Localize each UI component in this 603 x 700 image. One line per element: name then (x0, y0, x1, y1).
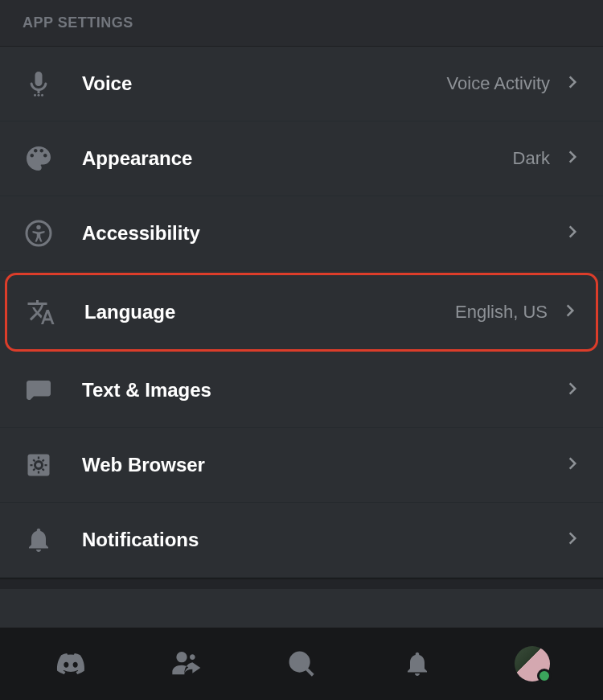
svg-line-6 (306, 669, 313, 675)
settings-item-label: Voice (82, 72, 447, 95)
settings-item-label: Accessibility (82, 222, 550, 245)
list-spacer (0, 578, 603, 589)
settings-item-label: Text & Images (82, 379, 550, 401)
gear-box-icon (23, 449, 55, 481)
search-icon[interactable] (284, 646, 319, 681)
translate-icon (25, 296, 57, 328)
settings-item-language[interactable]: Language English, US (5, 273, 598, 352)
microphone-icon (23, 68, 55, 100)
settings-item-text-images[interactable]: Text & Images (0, 353, 603, 428)
settings-item-value: Dark (513, 148, 550, 169)
chevron-right-icon (564, 74, 580, 93)
chevron-right-icon (562, 303, 578, 322)
settings-list: Voice Voice Activity Appearance Dark Acc… (0, 47, 603, 578)
settings-item-accessibility[interactable]: Accessibility (0, 196, 603, 271)
settings-item-label: Web Browser (82, 454, 550, 476)
settings-item-label: Appearance (82, 147, 513, 170)
section-header: APP SETTINGS (0, 0, 603, 47)
settings-item-web-browser[interactable]: Web Browser (0, 428, 603, 503)
chevron-right-icon (564, 381, 580, 400)
friends-icon[interactable] (168, 646, 203, 681)
chevron-right-icon (564, 455, 580, 475)
bell-alert-icon (23, 524, 55, 556)
settings-item-value: English, US (455, 302, 548, 323)
settings-item-notifications[interactable]: Notifications (0, 503, 603, 578)
discord-logo-icon[interactable] (53, 646, 88, 681)
image-chat-icon (23, 374, 55, 406)
svg-point-0 (34, 94, 36, 97)
section-title: APP SETTINGS (23, 14, 580, 31)
svg-point-3 (36, 225, 40, 229)
settings-item-value: Voice Activity (447, 73, 550, 94)
accessibility-icon (23, 217, 55, 249)
chevron-right-icon (564, 149, 580, 168)
chevron-right-icon (564, 224, 580, 243)
user-avatar[interactable] (515, 646, 550, 681)
settings-item-voice[interactable]: Voice Voice Activity (0, 47, 603, 121)
palette-icon (23, 142, 55, 175)
settings-item-appearance[interactable]: Appearance Dark (0, 121, 603, 196)
settings-item-label: Language (84, 301, 455, 323)
svg-point-5 (291, 653, 309, 671)
svg-point-2 (41, 94, 43, 97)
chevron-right-icon (564, 530, 580, 550)
online-status-icon (537, 669, 552, 683)
settings-item-label: Notifications (82, 529, 550, 551)
bottom-navigation (0, 628, 603, 700)
svg-point-1 (38, 94, 40, 97)
mentions-bell-icon[interactable] (400, 646, 435, 681)
